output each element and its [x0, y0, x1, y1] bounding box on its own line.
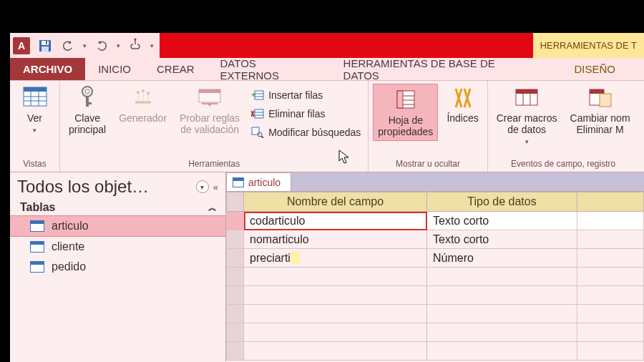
svg-text:+: +	[251, 90, 255, 99]
touch-mode-button[interactable]	[127, 38, 143, 54]
description-cell[interactable]	[577, 212, 644, 230]
description-cell[interactable]	[577, 342, 644, 361]
tab-file[interactable]: ARCHIVO	[10, 58, 85, 80]
data-type-cell[interactable]	[427, 286, 577, 305]
data-type-cell[interactable]	[427, 268, 577, 286]
test-validation-button[interactable]: Probar reglas de validación	[175, 84, 244, 137]
insert-rows-label: Insertar filas	[268, 89, 323, 101]
field-row[interactable]: nomarticulo Texto corto	[227, 230, 644, 249]
object-tab-articulo[interactable]: articulo	[226, 172, 291, 191]
nav-collapse-button[interactable]: «	[213, 182, 218, 192]
delete-rows-label: Eliminar filas	[268, 108, 325, 119]
builder-button[interactable]: Generador	[114, 84, 171, 125]
col-field-name[interactable]: Nombre del campo	[244, 192, 427, 212]
row-selector[interactable]	[227, 342, 244, 361]
data-type-cell[interactable]: Texto corto	[427, 230, 577, 249]
field-name-cell[interactable]: codarticulo	[244, 212, 427, 230]
data-type-cell[interactable]	[427, 323, 577, 342]
quick-access-toolbar: A ▾ ▾ ▾	[10, 33, 160, 58]
delete-rows-button[interactable]: Eliminar filas	[248, 105, 364, 122]
design-grid: Nombre del campo Tipo de datos codarticu…	[226, 191, 644, 362]
indexes-button[interactable]: Índices	[442, 84, 482, 125]
col-data-type[interactable]: Tipo de datos	[427, 192, 577, 212]
table-icon	[233, 177, 244, 187]
field-row[interactable]: preciarti Número	[227, 249, 644, 268]
primary-key-button[interactable]: Clave principal	[64, 84, 110, 137]
data-type-cell[interactable]: Número	[427, 249, 577, 268]
row-selector[interactable]	[227, 212, 244, 230]
data-type-cell[interactable]	[427, 305, 577, 323]
col-description[interactable]	[577, 192, 644, 212]
description-cell[interactable]	[577, 230, 644, 249]
datasheet-view-icon	[23, 85, 47, 109]
nav-item-label: cliente	[52, 240, 84, 253]
tab-home[interactable]: INICIO	[85, 58, 144, 80]
field-row[interactable]: codarticulo Texto corto	[227, 212, 644, 230]
nav-menu-button[interactable]: ▾	[196, 180, 209, 193]
svg-rect-1	[42, 41, 49, 45]
nav-item-articulo[interactable]: articulo	[10, 215, 225, 237]
data-type-cell[interactable]	[427, 342, 577, 361]
field-row[interactable]	[227, 286, 644, 305]
tab-database-tools[interactable]: HERRAMIENTAS DE BASE DE DATOS	[331, 58, 546, 80]
undo-dropdown-icon[interactable]: ▾	[83, 42, 87, 49]
field-name-cell[interactable]: preciarti	[244, 249, 427, 268]
description-cell[interactable]	[577, 268, 644, 286]
validation-icon	[197, 85, 222, 109]
description-cell[interactable]	[577, 305, 644, 323]
description-cell[interactable]	[577, 286, 644, 305]
row-selector[interactable]	[227, 249, 244, 268]
svg-line-29	[261, 136, 263, 138]
property-sheet-button[interactable]: Hoja de propiedades	[373, 84, 438, 141]
svg-rect-6	[24, 87, 47, 92]
create-data-macros-label: Crear macros de datos	[497, 112, 557, 135]
field-name-cell[interactable]	[244, 286, 427, 305]
row-selector[interactable]	[227, 323, 244, 342]
svg-rect-36	[516, 89, 537, 94]
table-icon	[30, 241, 44, 253]
insert-rows-button[interactable]: + Insertar filas	[248, 87, 364, 104]
field-row[interactable]	[227, 305, 644, 323]
field-name-cell[interactable]	[244, 305, 427, 323]
nav-item-pedido[interactable]: pedido	[10, 257, 225, 277]
redo-dropdown-icon[interactable]: ▾	[117, 42, 120, 49]
qat-customize-icon[interactable]: ▾	[150, 42, 154, 49]
tab-design[interactable]: DISEÑO	[545, 58, 644, 80]
row-selector[interactable]	[227, 305, 244, 323]
select-all-rows[interactable]	[227, 192, 244, 212]
data-type-cell[interactable]: Texto corto	[427, 212, 577, 230]
save-button[interactable]	[37, 38, 53, 54]
contextual-tab-label: HERRAMIENTAS DE T	[533, 33, 644, 58]
description-cell[interactable]	[577, 249, 644, 268]
navigation-pane: Todos los objet… ▾ « Tablas ︽ articulo c…	[10, 172, 226, 362]
rename-delete-macro-button[interactable]: Cambiar nom Eliminar M	[566, 84, 635, 137]
modify-lookups-button[interactable]: Modificar búsquedas	[248, 124, 364, 141]
row-selector[interactable]	[227, 230, 244, 249]
chevron-down-icon: ▾	[525, 138, 529, 145]
tab-external-data[interactable]: DATOS EXTERNOS	[208, 58, 331, 80]
chevron-down-icon: ▾	[33, 127, 36, 134]
field-name-cell[interactable]	[244, 342, 427, 361]
undo-button[interactable]	[60, 38, 76, 54]
create-data-macros-button[interactable]: Crear macros de datos ▾	[492, 84, 562, 147]
nav-item-cliente[interactable]: cliente	[10, 237, 225, 257]
indexes-icon	[451, 85, 475, 109]
row-selector[interactable]	[227, 268, 244, 286]
field-name-cell[interactable]: nomarticulo	[244, 230, 427, 249]
redo-button[interactable]	[94, 38, 109, 54]
tab-create[interactable]: CREAR	[144, 58, 208, 80]
row-selector[interactable]	[227, 286, 244, 305]
nav-section-tables[interactable]: Tablas	[20, 201, 56, 214]
view-button[interactable]: Ver ▾	[15, 84, 55, 135]
field-name-cell[interactable]	[244, 323, 427, 342]
svg-point-16	[142, 89, 145, 92]
description-cell[interactable]	[577, 323, 644, 342]
svg-rect-14	[86, 102, 92, 104]
field-row[interactable]	[227, 268, 644, 286]
field-row[interactable]	[227, 323, 644, 342]
field-name-cell[interactable]	[244, 268, 427, 286]
field-row[interactable]	[227, 342, 644, 361]
ime-marker	[291, 252, 300, 264]
section-collapse-icon[interactable]: ︽	[208, 202, 217, 214]
nav-pane-title[interactable]: Todos los objet…	[17, 177, 192, 197]
